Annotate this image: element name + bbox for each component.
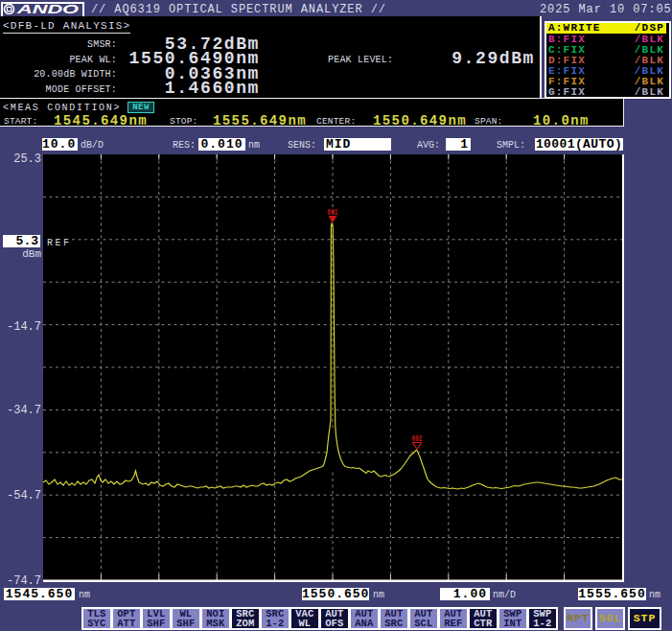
svg-text:REF: REF (47, 238, 72, 248)
svg-text:ANDO: ANDO (15, 4, 80, 14)
